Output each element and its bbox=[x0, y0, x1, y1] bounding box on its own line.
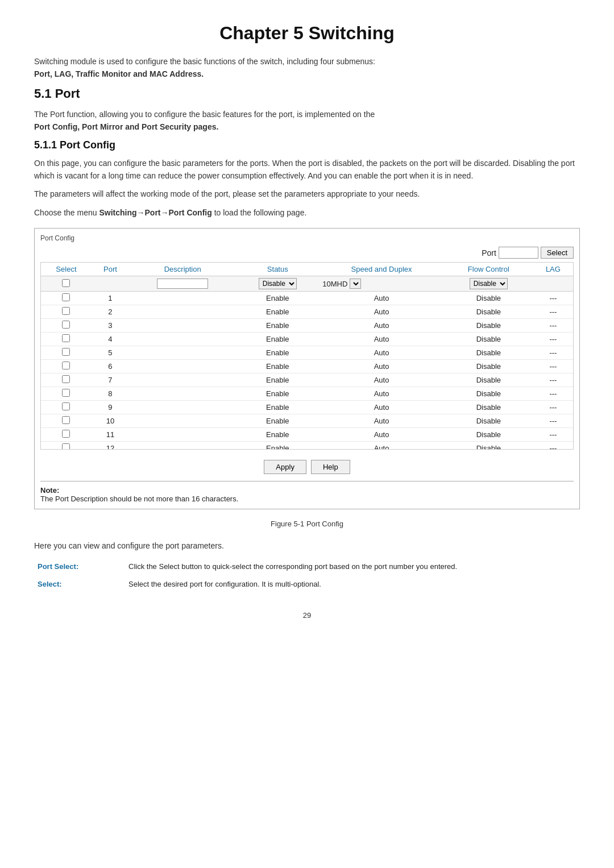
col-description: Description bbox=[129, 263, 236, 276]
row-speed: Auto bbox=[319, 360, 444, 373]
row-port: 1 bbox=[92, 292, 129, 305]
section-51-bold: Port Config, Port Mirror and Port Securi… bbox=[34, 122, 218, 131]
intro-bold: Port, LAG, Traffic Monitor and MAC Addre… bbox=[34, 69, 204, 78]
row-port: 8 bbox=[92, 387, 129, 401]
row-flow: Disable bbox=[444, 292, 533, 305]
row-flow: Disable bbox=[444, 442, 533, 450]
row-lag: --- bbox=[533, 428, 573, 442]
row-select-checkbox[interactable] bbox=[62, 362, 70, 369]
row-speed: Auto bbox=[319, 319, 444, 333]
row-flow: Disable bbox=[444, 319, 533, 333]
row-select-checkbox[interactable] bbox=[62, 334, 70, 342]
row-port: 7 bbox=[92, 373, 129, 387]
row-description bbox=[129, 414, 236, 428]
speed-select[interactable]: ▼ bbox=[350, 279, 361, 289]
row-lag: --- bbox=[533, 292, 573, 305]
section-511-para2: The parameters will affect the working m… bbox=[34, 188, 580, 200]
button-row: Apply Help bbox=[40, 455, 574, 479]
figure-caption: Figure 5-1 Port Config bbox=[34, 518, 580, 530]
row-speed: Auto bbox=[319, 442, 444, 450]
row-port: 4 bbox=[92, 333, 129, 346]
row-select-checkbox[interactable] bbox=[62, 443, 70, 450]
col-status: Status bbox=[236, 263, 319, 276]
row-checkbox[interactable] bbox=[41, 333, 92, 346]
row-lag: --- bbox=[533, 387, 573, 401]
row-description bbox=[129, 319, 236, 333]
choose-menu-text: Choose the menu Switching→Port→Port Conf… bbox=[34, 206, 580, 219]
row-description bbox=[129, 360, 236, 373]
table-row: 9 Enable Auto Disable --- bbox=[41, 401, 573, 414]
row-select-checkbox[interactable] bbox=[62, 293, 70, 301]
table-scroll-wrapper[interactable]: Select Port Description Status Speed and… bbox=[40, 262, 574, 450]
row-status: Enable bbox=[236, 373, 319, 387]
apply-button[interactable]: Apply bbox=[264, 460, 306, 474]
chapter-title: Chapter 5 Switching bbox=[34, 23, 580, 44]
row-speed: Auto bbox=[319, 333, 444, 346]
select-all-checkbox[interactable] bbox=[62, 279, 70, 287]
row-status: Enable bbox=[236, 360, 319, 373]
page-number: 29 bbox=[34, 610, 580, 622]
port-label: Port bbox=[482, 248, 496, 258]
row-checkbox[interactable] bbox=[41, 414, 92, 428]
row-checkbox[interactable] bbox=[41, 319, 92, 333]
row-checkbox[interactable] bbox=[41, 360, 92, 373]
header-flow-cell[interactable]: Disable Enable bbox=[444, 276, 533, 292]
row-flow: Disable bbox=[444, 414, 533, 428]
row-flow: Disable bbox=[444, 333, 533, 346]
row-select-checkbox[interactable] bbox=[62, 321, 70, 329]
row-select-checkbox[interactable] bbox=[62, 348, 70, 356]
header-speed-cell[interactable]: 10MHD ▼ bbox=[319, 276, 444, 292]
row-checkbox[interactable] bbox=[41, 387, 92, 401]
description-row: Select: Select the desired port for conf… bbox=[34, 575, 580, 593]
description-input[interactable] bbox=[157, 279, 208, 289]
row-lag: --- bbox=[533, 319, 573, 333]
row-port: 3 bbox=[92, 319, 129, 333]
header-description-cell[interactable] bbox=[129, 276, 236, 292]
choose-bold: Switching→Port→Port Config bbox=[99, 208, 211, 217]
desc-body: Port Select: Click the Select button to … bbox=[34, 558, 580, 593]
row-lag: --- bbox=[533, 373, 573, 387]
table-input-row: Disable Enable 10MHD ▼ bbox=[41, 276, 573, 292]
row-select-checkbox[interactable] bbox=[62, 402, 70, 410]
row-flow: Disable bbox=[444, 305, 533, 319]
row-port: 10 bbox=[92, 414, 129, 428]
row-checkbox[interactable] bbox=[41, 305, 92, 319]
row-checkbox[interactable] bbox=[41, 428, 92, 442]
table-row: 11 Enable Auto Disable --- bbox=[41, 428, 573, 442]
row-select-checkbox[interactable] bbox=[62, 416, 70, 424]
header-checkbox-cell[interactable] bbox=[41, 276, 92, 292]
row-status: Enable bbox=[236, 346, 319, 360]
header-status-cell[interactable]: Disable Enable bbox=[236, 276, 319, 292]
col-port: Port bbox=[92, 263, 129, 276]
row-checkbox[interactable] bbox=[41, 442, 92, 450]
row-checkbox[interactable] bbox=[41, 401, 92, 414]
row-description bbox=[129, 387, 236, 401]
row-select-checkbox[interactable] bbox=[62, 389, 70, 397]
section-51-text: The Port function, allowing you to confi… bbox=[34, 110, 375, 119]
row-select-checkbox[interactable] bbox=[62, 430, 70, 438]
row-select-checkbox[interactable] bbox=[62, 375, 70, 383]
row-description bbox=[129, 442, 236, 450]
term-cell: Select: bbox=[34, 575, 125, 593]
col-speed-duplex: Speed and Duplex bbox=[319, 263, 444, 276]
row-speed: Auto bbox=[319, 401, 444, 414]
row-checkbox[interactable] bbox=[41, 292, 92, 305]
status-select[interactable]: Disable Enable bbox=[259, 278, 297, 289]
port-select-row: Port Select bbox=[40, 247, 574, 259]
row-flow: Disable bbox=[444, 401, 533, 414]
definition-cell: Click the Select button to quick-select … bbox=[125, 558, 580, 575]
row-checkbox[interactable] bbox=[41, 346, 92, 360]
col-flow-control: Flow Control bbox=[444, 263, 533, 276]
select-button[interactable]: Select bbox=[541, 247, 574, 259]
note-section: Note: The Port Description should be not… bbox=[40, 481, 574, 503]
port-input[interactable] bbox=[499, 247, 538, 259]
port-config-box: Port Config Port Select Select Port Desc… bbox=[34, 228, 580, 509]
table-row: 10 Enable Auto Disable --- bbox=[41, 414, 573, 428]
row-checkbox[interactable] bbox=[41, 373, 92, 387]
section-511-para1: On this page, you can configure the basi… bbox=[34, 157, 580, 182]
flow-select[interactable]: Disable Enable bbox=[470, 278, 508, 289]
row-select-checkbox[interactable] bbox=[62, 307, 70, 315]
row-status: Enable bbox=[236, 387, 319, 401]
row-status: Enable bbox=[236, 333, 319, 346]
help-button[interactable]: Help bbox=[311, 460, 350, 474]
